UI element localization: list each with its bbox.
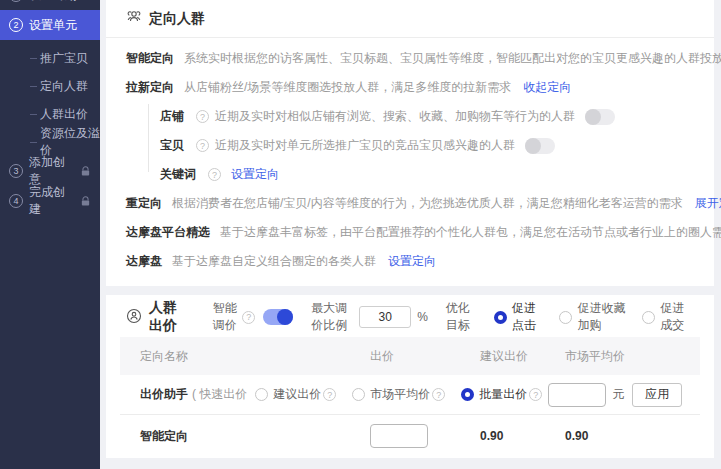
step-1-number: 1 [9,0,23,2]
expand-targeting-link[interactable]: 展开定向 [695,195,721,212]
pull-new-label: 拉新定向 [126,79,174,96]
tree-line [148,104,149,172]
goal-deal-label[interactable]: 促进成交 [660,300,694,334]
shop-toggle[interactable] [585,109,615,125]
wizard-sidebar: 1 设置计划 2 设置单元 推广宝贝 定向人群 人群出价 资源位及溢价 3 添加… [0,0,100,469]
col-name-header: 定向名称 [140,348,370,365]
bidding-title: 人群出价 [149,299,189,335]
shop-targeting-row: 店铺 ? 近期及实时对相似店铺有浏览、搜索、收藏、加购物车等行为的人群 [106,102,714,131]
goal-label: 优化目标 [446,300,480,334]
help-icon[interactable]: ? [208,168,221,181]
suggest-bid-radio[interactable] [255,388,268,401]
step-2-label: 设置单元 [29,17,77,34]
dmp-featured-desc: 基于达摩盘丰富标签，由平台配置推荐的个性化人群包，满足您在活动节点或者行业上的圈… [220,224,721,241]
goal-click-label[interactable]: 促进点击 [512,300,546,334]
batch-bid-label[interactable]: 批量出价 [479,386,527,403]
goal-click-radio[interactable] [494,311,507,324]
help-icon[interactable]: ? [529,388,542,401]
bid-table-header: 定向名称 出价 建议出价 市场平均价 [120,337,700,375]
step-3-number: 3 [9,164,23,178]
step-1-label: 设置计划 [29,0,77,4]
max-ratio-input[interactable] [359,306,411,328]
smart-targeting-bid-input[interactable] [370,424,428,448]
sidebar-step-add-creative[interactable]: 3 添加创意 [0,156,100,186]
shop-label: 店铺 [160,108,184,125]
help-icon[interactable]: ? [323,388,336,401]
sidebar-step-setup-unit[interactable]: 2 设置单元 [0,10,100,40]
step-3-label: 添加创意 [29,154,74,188]
market-price-label[interactable]: 市场平均价 [370,386,430,403]
apply-button[interactable]: 应用 [632,383,682,407]
keyword-label: 关键词 [160,166,196,183]
sidebar-item-promote-item[interactable]: 推广宝贝 [0,44,100,72]
sidebar-item-audience-bid[interactable]: 人群出价 [0,100,100,128]
targeting-card-header: 定向人群 [106,0,714,38]
smart-targeting-label: 智能定向 [126,50,174,67]
shop-desc: 近期及实时对相似店铺有浏览、搜索、收藏、加购物车等行为的人群 [215,108,575,125]
help-icon[interactable]: ? [196,139,209,152]
dmp-set-link[interactable]: 设置定向 [388,253,436,270]
max-ratio-group: 最大调价比例 % [311,300,428,334]
item-targeting-row: 宝贝 ? 近期及实时对单元所选推广宝贝的竞品宝贝感兴趣的人群 [106,131,714,160]
smart-price-label: 智能调价 [213,300,240,334]
help-icon[interactable]: ? [242,311,255,324]
goal-collect-radio[interactable] [559,311,572,324]
pull-new-desc: 从店铺粉丝/场景等维度圈选投放人群，满足多维度的拉新需求 [184,79,511,96]
sidebar-step-finish-create[interactable]: 4 完成创建 [0,186,100,216]
dmp-featured-row: 达摩盘平台精选 基于达摩盘丰富标签，由平台配置推荐的个性化人群包，满足您在活动节… [106,218,714,247]
sidebar-item-placement-premium[interactable]: 资源位及溢价 [0,128,100,156]
smart-targeting-row: 智能定向 系统实时根据您的访客属性、宝贝标题、宝贝属性等维度，智能匹配出对您的宝… [106,44,714,73]
batch-bid-input[interactable] [548,383,606,407]
sidebar-step-setup-plan[interactable]: 1 设置计划 [0,0,100,10]
retargeting-label: 重定向 [126,195,162,212]
market-price-radio[interactable] [352,388,365,401]
smart-targeting-desc: 系统实时根据您的访客属性、宝贝标题、宝贝属性等维度，智能匹配出对您的宝贝更感兴趣… [184,50,721,67]
col-market-header: 市场平均价 [565,348,700,365]
dmp-row: 达摩盘 基于达摩盘自定义组合圈定的各类人群 设置定向 [106,247,714,276]
max-ratio-label: 最大调价比例 [311,300,353,334]
sidebar-item-targeting-audience[interactable]: 定向人群 [0,72,100,100]
bidding-card: 人群出价 智能调价 ? 最大调价比例 % 优化目标 促进点击 促进收藏加购 促进… [106,295,714,458]
smart-price-toggle[interactable] [263,309,293,325]
suggest-bid-value: 0.90 [480,429,565,443]
goal-deal-radio[interactable] [642,311,655,324]
bidding-title-group: 人群出价 [126,299,189,335]
collapse-targeting-link[interactable]: 收起定向 [523,79,571,96]
lock-icon [80,166,91,177]
help-icon[interactable]: ? [432,388,445,401]
smart-price-group: 智能调价 ? [213,300,293,334]
dmp-label: 达摩盘 [126,253,162,270]
step-4-label: 完成创建 [29,184,74,218]
suggest-bid-label[interactable]: 建议出价 [273,386,321,403]
col-bid-header: 出价 [370,348,480,365]
coin-person-icon [126,308,142,327]
item-label: 宝贝 [160,137,184,154]
dmp-desc: 基于达摩盘自定义组合圈定的各类人群 [172,253,376,270]
bid-table: 定向名称 出价 建议出价 市场平均价 出价助手 ( 快速出价 建议出价 ? 市场… [120,337,700,457]
keyword-set-targeting-link[interactable]: 设置定向 [231,166,279,183]
bid-helper-row: 出价助手 ( 快速出价 建议出价 ? 市场平均价 ? 批量出价 ? 元 应用 [120,375,700,415]
item-desc: 近期及实时对单元所选推广宝贝的竞品宝贝感兴趣的人群 [215,137,515,154]
col-suggest-header: 建议出价 [480,348,565,365]
lock-icon [80,196,91,207]
help-icon[interactable]: ? [196,110,209,123]
step-4-number: 4 [9,194,23,208]
goal-collect-label[interactable]: 促进收藏加购 [577,300,628,334]
smart-targeting-bid-row: 智能定向 0.90 0.90 [120,415,700,457]
retargeting-row: 重定向 根据消费者在您店铺/宝贝/内容等维度的行为，为您挑选优质人群，满足您精细… [106,189,714,218]
percent-sign: % [417,310,428,324]
pull-new-targeting-row: 拉新定向 从店铺粉丝/场景等维度圈选投放人群，满足多维度的拉新需求 收起定向 [106,73,714,102]
market-avg-value: 0.90 [565,429,700,443]
batch-bid-radio[interactable] [461,388,474,401]
quick-bid-label: ( 快速出价 [192,386,247,403]
targeting-title: 定向人群 [149,10,205,28]
unit-substeps: 推广宝贝 定向人群 人群出价 资源位及溢价 [0,40,100,156]
retargeting-desc: 根据消费者在您店铺/宝贝/内容等维度的行为，为您挑选优质人群，满足您精细化老客运… [172,195,683,212]
targeting-card: 定向人群 智能定向 系统实时根据您的访客属性、宝贝标题、宝贝属性等维度，智能匹配… [106,0,714,286]
bid-row-name: 智能定向 [140,428,370,445]
goal-group: 优化目标 促进点击 促进收藏加购 促进成交 [446,300,694,334]
bidding-header: 人群出价 智能调价 ? 最大调价比例 % 优化目标 促进点击 促进收藏加购 促进… [106,301,714,333]
keyword-targeting-row: 关键词 ? 设置定向 [106,160,714,189]
item-toggle[interactable] [525,138,555,154]
dmp-featured-label: 达摩盘平台精选 [126,224,210,241]
